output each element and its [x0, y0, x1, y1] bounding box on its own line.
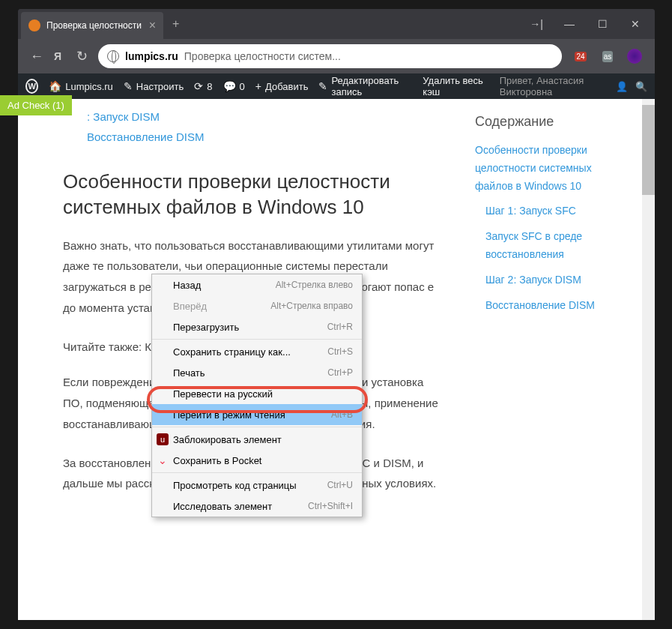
- link-dism-restore[interactable]: Восстановление DISM: [87, 127, 445, 147]
- toc-sidebar: Содержание Особенности проверки целостно…: [467, 99, 637, 620]
- pencil-icon: ✎: [318, 80, 327, 92]
- toc-title: Содержание: [475, 114, 622, 130]
- brush-icon: ✎: [124, 80, 133, 92]
- wp-clear-cache[interactable]: Удалить весь кэш: [423, 75, 488, 97]
- toc-item[interactable]: Шаг 1: Запуск SFC: [475, 202, 622, 220]
- url-domain: lumpics.ru: [125, 50, 178, 62]
- context-menu: НазадAlt+Стрелка влево ВперёдAlt+Стрелка…: [151, 274, 363, 517]
- ublock-addon[interactable]: 24: [572, 48, 589, 64]
- ctx-reload[interactable]: ПерезагрузитьCtrl+R: [152, 316, 362, 337]
- firefox-addon[interactable]: [626, 48, 643, 64]
- ctx-reader-mode[interactable]: Перейти в режим чтенияAlt+B: [152, 404, 362, 425]
- user-icon: 👤: [616, 81, 628, 92]
- ctx-print[interactable]: ПечатьCtrl+P: [152, 362, 362, 383]
- link-dism-start[interactable]: : Запуск DISM: [87, 106, 445, 127]
- address-bar: ← Я ↻ lumpics.ru Проверка целостности си…: [18, 39, 655, 73]
- pocket-icon: ⌄: [157, 454, 169, 466]
- wordpress-logo-icon[interactable]: W: [25, 79, 38, 94]
- collapse-sidebar-icon[interactable]: →|: [529, 18, 544, 30]
- search-icon[interactable]: 🔍: [635, 81, 647, 92]
- toc-item[interactable]: Шаг 2: Запуск DISM: [475, 271, 622, 289]
- ad-check-badge[interactable]: Ad Check (1): [0, 95, 72, 115]
- titlebar: Проверка целостности × + →| — ☐ ✕: [18, 9, 655, 39]
- toc-item[interactable]: Запуск SFC в среде восстановления: [475, 228, 622, 264]
- toc-item[interactable]: Особенности проверки целостности системн…: [475, 142, 622, 195]
- ctx-view-source[interactable]: Просмотреть код страницыCtrl+U: [152, 475, 362, 496]
- ctx-save-pocket[interactable]: ⌄Сохранить в Pocket: [152, 450, 362, 471]
- wp-updates[interactable]: ⟳8: [194, 80, 212, 92]
- ctx-separator: [152, 472, 362, 473]
- ctx-inspect[interactable]: Исследовать элементCtrl+Shift+I: [152, 496, 362, 517]
- reload-button[interactable]: ↻: [76, 48, 88, 64]
- vertical-scrollbar[interactable]: [642, 99, 655, 620]
- ctx-forward: ВперёдAlt+Стрелка вправо: [152, 295, 362, 316]
- minimize-button[interactable]: —: [562, 18, 577, 30]
- url-input[interactable]: lumpics.ru Проверка целостности систем..…: [98, 44, 562, 68]
- article-heading: Особенности проверки целостности системн…: [63, 169, 445, 220]
- comment-icon: 💬: [223, 80, 236, 92]
- globe-icon: [107, 50, 119, 62]
- browser-tab[interactable]: Проверка целостности ×: [21, 12, 163, 39]
- toc-item[interactable]: Восстановление DISM: [475, 297, 622, 315]
- refresh-icon: ⟳: [194, 80, 203, 92]
- wordpress-admin-bar: W 🏠Lumpics.ru ✎Настроить ⟳8 💬0 +Добавить…: [18, 73, 655, 99]
- url-path: Проверка целостности систем...: [184, 50, 341, 62]
- tab-title: Проверка целостности: [46, 20, 143, 31]
- wp-add-new[interactable]: +Добавить: [255, 80, 309, 92]
- ctx-block-element[interactable]: uЗаблокировать элемент: [152, 429, 362, 450]
- ctx-save-as[interactable]: Сохранить страницу как...Ctrl+S: [152, 341, 362, 362]
- scroll-thumb[interactable]: [642, 105, 655, 195]
- window-controls: →| — ☐ ✕: [529, 18, 655, 30]
- wp-customize[interactable]: ✎Настроить: [124, 80, 184, 92]
- back-button[interactable]: ←: [30, 49, 43, 64]
- close-button[interactable]: ✕: [628, 18, 643, 30]
- lastfm-addon[interactable]: as: [599, 48, 616, 64]
- wp-edit-post[interactable]: ✎Редактировать запись: [318, 75, 412, 97]
- yandex-logo[interactable]: Я: [54, 50, 66, 62]
- plus-icon: +: [255, 80, 261, 92]
- ctx-separator: [152, 339, 362, 340]
- wp-comments[interactable]: 💬0: [223, 80, 245, 92]
- ublock-icon: u: [157, 433, 169, 445]
- tab-close-icon[interactable]: ×: [149, 19, 156, 32]
- ctx-back[interactable]: НазадAlt+Стрелка влево: [152, 274, 362, 295]
- new-tab-button[interactable]: +: [172, 17, 179, 31]
- wp-greeting[interactable]: Привет, Анастасия Викторовна: [500, 75, 608, 97]
- top-links: : Запуск DISM Восстановление DISM: [63, 106, 445, 147]
- home-icon: 🏠: [49, 80, 61, 92]
- wp-site-link[interactable]: 🏠Lumpics.ru: [49, 80, 113, 92]
- favicon: [28, 19, 40, 31]
- ctx-separator: [152, 427, 362, 427]
- maximize-button[interactable]: ☐: [595, 18, 610, 30]
- ctx-translate[interactable]: Перевести на русский: [152, 383, 362, 404]
